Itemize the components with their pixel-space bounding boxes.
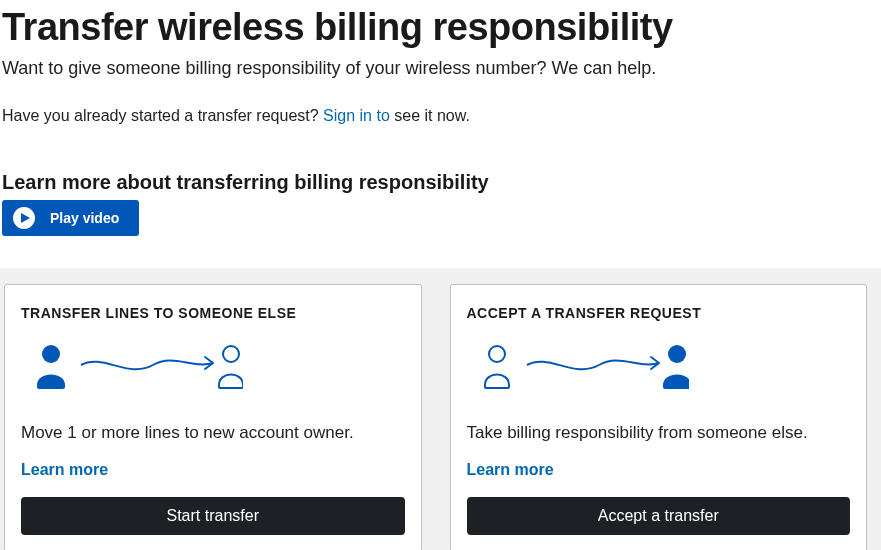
transfer-learn-more-link[interactable]: Learn more bbox=[21, 461, 405, 479]
svg-point-1 bbox=[42, 345, 60, 363]
existing-suffix: see it now. bbox=[390, 107, 470, 124]
cards-region: TRANSFER LINES TO SOMEONE ELSE bbox=[0, 268, 881, 550]
svg-point-2 bbox=[223, 346, 239, 362]
accept-learn-more-link[interactable]: Learn more bbox=[467, 461, 851, 479]
page-title: Transfer wireless billing responsibility bbox=[2, 6, 881, 50]
accept-graphic bbox=[467, 343, 851, 389]
existing-request-line: Have you already started a transfer requ… bbox=[2, 107, 881, 125]
play-icon bbox=[12, 206, 36, 230]
existing-prefix: Have you already started a transfer requ… bbox=[2, 107, 323, 124]
transfer-card-title: TRANSFER LINES TO SOMEONE ELSE bbox=[21, 305, 405, 321]
accept-card: ACCEPT A TRANSFER REQUEST bbox=[450, 284, 868, 550]
transfer-graphic bbox=[21, 343, 405, 389]
svg-point-3 bbox=[489, 346, 505, 362]
accept-card-title: ACCEPT A TRANSFER REQUEST bbox=[467, 305, 851, 321]
svg-point-4 bbox=[668, 345, 686, 363]
page-subhead: Want to give someone billing responsibil… bbox=[2, 58, 881, 79]
transfer-card-desc: Move 1 or more lines to new account owne… bbox=[21, 423, 405, 443]
play-video-label: Play video bbox=[50, 210, 119, 226]
transfer-card: TRANSFER LINES TO SOMEONE ELSE bbox=[4, 284, 422, 550]
video-section-heading: Learn more about transferring billing re… bbox=[2, 171, 881, 194]
start-transfer-button[interactable]: Start transfer bbox=[21, 497, 405, 535]
accept-transfer-button[interactable]: Accept a transfer bbox=[467, 497, 851, 535]
play-video-button[interactable]: Play video bbox=[2, 200, 139, 236]
sign-in-link[interactable]: Sign in to bbox=[323, 107, 390, 124]
accept-card-desc: Take billing responsibility from someone… bbox=[467, 423, 851, 443]
